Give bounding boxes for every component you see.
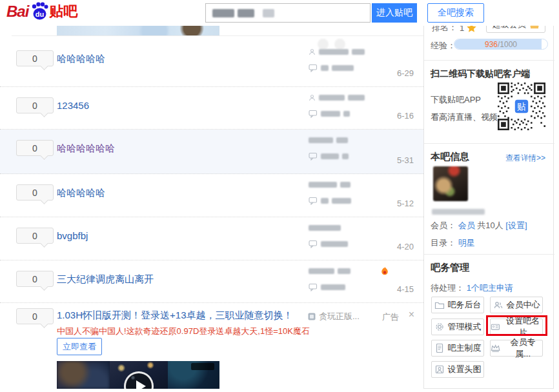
author-line bbox=[309, 181, 351, 189]
gear-icon bbox=[434, 322, 445, 332]
ad-close-icon[interactable]: × bbox=[409, 309, 414, 320]
author-info bbox=[309, 267, 390, 299]
qr-line2: 看高清直播、视频！ bbox=[431, 112, 506, 123]
thread-date: 4-20 bbox=[397, 242, 414, 251]
forum-admin-backend-button[interactable]: 吧务后台 bbox=[431, 297, 484, 313]
thread-rows: 0 哈哈哈哈哈 6-29 0 bbox=[0, 36, 423, 389]
baidu-tieba-logo[interactable]: Bai du 贴吧 bbox=[6, 1, 77, 22]
folder-icon bbox=[434, 300, 445, 310]
set-forum-card-button[interactable]: 设置吧名片 bbox=[490, 318, 543, 335]
search-input[interactable] bbox=[205, 3, 371, 23]
thread-title-link[interactable]: 哈哈哈哈哈 bbox=[57, 53, 105, 65]
author-line bbox=[309, 136, 349, 144]
member-exclusive-button[interactable]: 会员专属... bbox=[490, 340, 543, 357]
forum-owner-rules-button[interactable]: 吧主制度 bbox=[431, 340, 484, 357]
last-reply-line bbox=[309, 283, 390, 291]
blurred-search-text bbox=[263, 9, 274, 17]
blurred-author-name bbox=[319, 49, 349, 55]
last-reply-line bbox=[309, 110, 365, 118]
author-info bbox=[309, 48, 365, 80]
thread-row: 0 哈哈哈哈哈 5-12 bbox=[0, 174, 423, 217]
author-info bbox=[309, 181, 351, 213]
header-bar: Bai du 贴吧 进入贴吧 全吧搜索 bbox=[0, 0, 559, 26]
blurred-author-name bbox=[340, 182, 351, 188]
directory-link[interactable]: 明星 bbox=[458, 238, 475, 248]
pending-request-link[interactable]: 1个吧主申请 bbox=[467, 283, 513, 293]
button-label: 会员专属... bbox=[503, 337, 542, 360]
enter-forum-button[interactable]: 进入贴吧 bbox=[372, 3, 417, 23]
blurred-author-name bbox=[319, 95, 345, 101]
video-frame-left bbox=[57, 361, 110, 389]
reply-count-badge: 0 bbox=[16, 97, 54, 113]
thread-title-link[interactable]: 123456 bbox=[57, 100, 89, 111]
blurred-replier-name bbox=[342, 153, 349, 159]
blurred-replier-name bbox=[332, 198, 351, 204]
section-divider bbox=[424, 143, 554, 144]
ad-advertiser-link[interactable]: 贪玩正版... bbox=[308, 311, 360, 322]
thread-row: 0 bvgbfbj 4-20 bbox=[0, 217, 423, 260]
search-all-forums-button[interactable]: 全吧搜索 bbox=[427, 3, 484, 23]
thread-title-link[interactable]: 哈哈哈哈哈 bbox=[57, 187, 105, 199]
view-details-link[interactable]: 查看详情>> bbox=[505, 153, 545, 164]
exp-progress-text: 936/1000 bbox=[454, 39, 547, 50]
members-icon bbox=[493, 300, 503, 310]
author-info bbox=[309, 93, 365, 126]
qr-center-glyph: 贴 bbox=[517, 101, 526, 112]
reply-icon bbox=[309, 197, 318, 205]
reply-count: 0 bbox=[32, 101, 37, 111]
blurred-author-name bbox=[309, 225, 341, 231]
ad-title-link[interactable]: 1.03H怀旧版开测！登录送+13卓越，三职业随意切换！ bbox=[57, 309, 292, 322]
member-center-button[interactable]: 会员中心 bbox=[490, 297, 543, 313]
thread-title-link[interactable]: 三大纪律调虎离山离开 bbox=[57, 273, 154, 286]
thread-title-link[interactable]: 哈哈哈哈哈哈 bbox=[57, 142, 115, 155]
button-label: 设置吧名片 bbox=[503, 315, 542, 338]
blurred-search-text bbox=[212, 9, 234, 17]
logo-tieba-text: 贴吧 bbox=[49, 2, 77, 21]
reply-count: 0 bbox=[32, 188, 37, 198]
ad-subtitle: 中国人不骗中国人!这款奇迹还原0.97D登录送卓越大天,1怪=10K魔石 bbox=[57, 326, 310, 337]
reply-icon bbox=[309, 64, 318, 72]
exp-current: 936 bbox=[485, 40, 498, 49]
author-info bbox=[309, 136, 349, 168]
person-icon bbox=[309, 94, 316, 101]
member-group-link[interactable]: 会员 bbox=[458, 220, 475, 230]
member-label: 会员： bbox=[431, 220, 456, 230]
ad-cta-button[interactable]: 立即查看 bbox=[57, 338, 102, 355]
person-icon bbox=[309, 48, 316, 55]
thread-row: 0 哈哈哈哈哈 6-29 bbox=[0, 36, 423, 87]
exp-label: 经验： bbox=[431, 40, 456, 52]
set-header-image-button[interactable]: 设置头图 bbox=[431, 361, 484, 378]
reply-count: 0 bbox=[32, 54, 37, 64]
blurred-forum-name bbox=[432, 209, 485, 215]
button-label: 吧务后台 bbox=[448, 299, 482, 311]
qr-section-title: 扫二维码下载贴吧客户端 bbox=[431, 68, 530, 80]
ad-video-thumbnail[interactable] bbox=[57, 361, 219, 389]
blurred-author-name bbox=[352, 49, 365, 55]
reply-icon bbox=[309, 152, 318, 161]
portrait-icon bbox=[434, 364, 445, 375]
thread-date: 5-31 bbox=[397, 155, 414, 165]
reply-count-badge: 0 bbox=[16, 271, 54, 287]
author-line bbox=[309, 93, 365, 102]
directory-info-line: 目录： 明星 bbox=[431, 237, 475, 249]
exp-progress-bar: 936/1000 bbox=[454, 39, 548, 50]
management-mode-button[interactable]: 管理模式 bbox=[431, 318, 484, 335]
advertiser-favicon-icon bbox=[308, 313, 316, 320]
member-settings-link[interactable]: [设置] bbox=[505, 220, 527, 230]
forum-info-title: 本吧信息 bbox=[431, 151, 469, 163]
thread-date: 6-16 bbox=[397, 111, 414, 121]
thread-list-panel: 0 哈哈哈哈哈 6-29 0 bbox=[0, 0, 423, 392]
thread-date: 5-12 bbox=[397, 199, 414, 208]
reply-count-badge: 0 bbox=[16, 184, 54, 201]
blurred-author-name bbox=[309, 268, 334, 274]
reply-icon bbox=[309, 240, 318, 248]
management-title: 吧务管理 bbox=[431, 262, 469, 274]
reply-count: 0 bbox=[32, 231, 37, 241]
blurred-replier-name bbox=[321, 198, 329, 204]
thread-title-link[interactable]: bvgbfbj bbox=[57, 230, 88, 241]
blurred-author-name bbox=[309, 137, 333, 143]
blurred-author-name bbox=[336, 137, 348, 143]
blurred-search-text bbox=[238, 9, 254, 17]
thread-row: 0 123456 6-16 bbox=[0, 87, 423, 130]
thread-row: 0 哈哈哈哈哈哈 5-31 bbox=[0, 130, 423, 174]
